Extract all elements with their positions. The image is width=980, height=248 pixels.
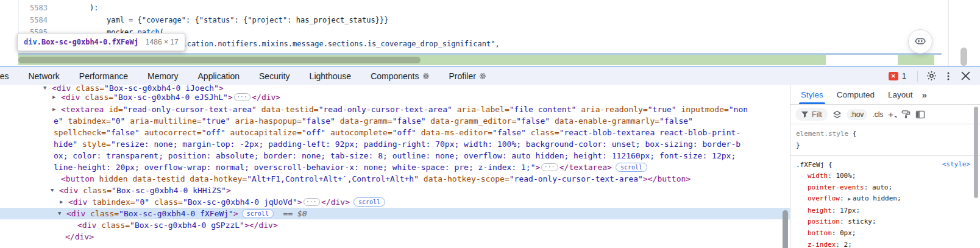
paint-roller-icon[interactable] bbox=[901, 110, 911, 119]
more-tabs-chevron[interactable]: » bbox=[922, 90, 927, 100]
elements-tree-row[interactable]: line-height: 20px; overflow-wrap: normal… bbox=[0, 161, 790, 173]
property-name[interactable]: z-index bbox=[808, 241, 836, 248]
property-value[interactable]: auto hidden; bbox=[853, 194, 901, 202]
property-name[interactable]: overflow bbox=[808, 194, 840, 202]
tooltip-dimensions: 1486 × 17 bbox=[146, 38, 179, 46]
element-style-section[interactable]: element.style { } bbox=[790, 124, 980, 156]
page-scrollbar-thumb[interactable] bbox=[960, 48, 967, 66]
code-token: <div bbox=[77, 221, 96, 230]
css-property-row[interactable]: height: 17px; bbox=[790, 205, 980, 217]
code-token: ox; color: transparent; position: absolu… bbox=[54, 151, 736, 160]
devtools-tab-profiler[interactable]: Profiler bbox=[439, 71, 496, 81]
elements-tree-row[interactable]: hide" style="resize: none; margin-top: -… bbox=[0, 138, 790, 150]
elements-tree-row[interactable]: ▶<div tabindex="0" class="Box-sc-g0xbh4-… bbox=[0, 196, 790, 208]
css-property-row[interactable]: bottom: 0px; bbox=[790, 228, 980, 239]
devtools-tab-lighthouse[interactable]: Lighthouse bbox=[300, 71, 361, 81]
styles-tab-layout[interactable]: Layout bbox=[881, 85, 920, 104]
settings-gear-icon[interactable] bbox=[923, 68, 940, 84]
expand-ellipsis-button[interactable]: ··· bbox=[234, 93, 250, 101]
expand-arrow-icon[interactable]: ▼ bbox=[51, 185, 54, 196]
styles-tab-computed[interactable]: Computed bbox=[830, 85, 881, 104]
tab-label: Profiler bbox=[449, 71, 476, 81]
property-value[interactable]: sticky; bbox=[848, 218, 876, 225]
tab-label: Components bbox=[371, 71, 419, 81]
devtools-tab-rces[interactable]: rces bbox=[0, 71, 18, 81]
css-property-row[interactable]: pointer-events: auto; bbox=[790, 182, 980, 194]
css-property-row[interactable]: width: 100%; bbox=[790, 171, 980, 182]
elements-scrollbar-thumb[interactable] bbox=[783, 210, 788, 248]
elements-tree-row[interactable]: ▼<div class="Box-sc-g0xbh4-0 kHHiZS"> bbox=[0, 185, 790, 196]
elements-tree-row[interactable]: </div> bbox=[0, 231, 790, 243]
error-badge-icon[interactable]: ✕ bbox=[889, 72, 898, 80]
elements-tree-row[interactable]: <button hidden data-testid data-hotkey="… bbox=[0, 173, 790, 185]
property-name[interactable]: position bbox=[808, 218, 840, 225]
expand-arrow-icon[interactable]: ▶ bbox=[52, 91, 55, 103]
tab-label: rces bbox=[0, 71, 9, 81]
editor-line: 5584yaml = {"coverage": {"status": {"pro… bbox=[0, 14, 980, 26]
property-name[interactable]: height bbox=[808, 207, 832, 214]
dock-sidebar-icon[interactable] bbox=[915, 110, 925, 119]
devtools-tab-security[interactable]: Security bbox=[249, 71, 300, 81]
element-style-label: element.style bbox=[796, 130, 848, 138]
css-property-row[interactable]: overflow: ▶auto hidden; bbox=[790, 193, 980, 205]
highlighted-scrollbar-thumb[interactable] bbox=[18, 57, 421, 63]
elements-tree-row[interactable]: <div class="Box-sc-g0xbh4-0 gSPzzL"></di… bbox=[0, 219, 790, 231]
line-number: 5583 bbox=[12, 2, 48, 14]
property-value[interactable]: 0px; bbox=[840, 229, 856, 237]
property-name[interactable]: bottom bbox=[808, 229, 832, 237]
code-token: > bbox=[226, 186, 231, 195]
devtools-tab-application[interactable]: Application bbox=[188, 71, 250, 81]
code-token: "non bbox=[729, 105, 748, 114]
code-token: "Box-sc-g0xbh4-0 fXFeWj" bbox=[119, 209, 233, 218]
property-value[interactable]: 2; bbox=[844, 241, 852, 248]
rule-selector[interactable]: .fXFeWj bbox=[796, 159, 824, 171]
devtools-main: ▼<div class="Box-sc-g0xbh4-0 iJoech">▶<d… bbox=[0, 85, 980, 248]
react-atom-icon bbox=[479, 73, 486, 80]
scroll-badge[interactable]: scroll bbox=[353, 197, 385, 207]
copilot-button[interactable] bbox=[908, 29, 932, 54]
styles-filter-input[interactable]: Filt bbox=[795, 108, 828, 121]
expand-arrow-icon[interactable]: ▼ bbox=[58, 208, 61, 219]
elements-tree-row[interactable]: spellcheck="false" autocorrect="off" aut… bbox=[0, 127, 790, 138]
property-name[interactable]: width bbox=[808, 172, 828, 180]
elements-tree-row[interactable]: e" tabindex="0" aria-multiline="true" ar… bbox=[0, 115, 790, 127]
property-value[interactable]: 100%; bbox=[836, 172, 856, 180]
code-token: class= bbox=[526, 128, 559, 137]
close-devtools-icon[interactable] bbox=[957, 68, 974, 84]
styles-tab-styles[interactable]: Styles bbox=[794, 85, 830, 104]
scroll-badge[interactable]: scroll bbox=[616, 163, 647, 172]
code-token: spellcheck= bbox=[54, 128, 106, 137]
styles-scrollbar-thumb[interactable] bbox=[974, 107, 978, 198]
style-source-link[interactable]: <style> bbox=[942, 160, 970, 168]
code-token: "false" bbox=[302, 116, 335, 126]
new-style-rule-button[interactable]: + bbox=[888, 109, 897, 119]
scroll-badge[interactable]: scroll bbox=[242, 209, 274, 218]
devtools-tab-network[interactable]: Network bbox=[18, 71, 69, 81]
layers-icon[interactable] bbox=[833, 110, 842, 119]
elements-tree-row[interactable]: ▼<div class="Box-sc-g0xbh4-0 fXFeWj">scr… bbox=[0, 208, 790, 219]
element-classes-toggle[interactable]: .cls bbox=[872, 110, 883, 119]
code-token: data-hotkey-scope= bbox=[419, 174, 510, 183]
kebab-menu-icon[interactable] bbox=[940, 68, 957, 84]
error-count[interactable]: 1 bbox=[902, 71, 906, 80]
expand-value-arrow[interactable]: ▶ bbox=[848, 196, 851, 202]
code-token: "off" bbox=[392, 128, 416, 137]
expand-ellipsis-button[interactable]: ··· bbox=[541, 163, 558, 171]
property-value[interactable]: auto; bbox=[872, 183, 892, 191]
css-property-row[interactable]: position: sticky; bbox=[790, 216, 980, 228]
expand-arrow-icon[interactable]: ▶ bbox=[60, 196, 63, 208]
elements-tree-row[interactable]: ▶<textarea id="read-only-cursor-text-are… bbox=[0, 104, 790, 115]
editor-line: 5583): bbox=[0, 2, 980, 14]
css-property-row[interactable]: z-index: 2; bbox=[790, 239, 980, 248]
property-name[interactable]: pointer-events bbox=[808, 183, 864, 191]
elements-tree-row[interactable]: ox; color: transparent; position: absolu… bbox=[0, 150, 790, 161]
elements-tree-row[interactable]: ▶<div class="Box-sc-g0xbh4-0 eJSJhL">···… bbox=[0, 91, 790, 103]
property-value[interactable]: 17px; bbox=[840, 207, 860, 214]
expand-arrow-icon[interactable]: ▶ bbox=[52, 104, 55, 115]
devtools-tab-components[interactable]: Components bbox=[361, 71, 439, 81]
devtools-tab-performance[interactable]: Performance bbox=[69, 71, 138, 81]
property-colon: : bbox=[832, 229, 840, 237]
devtools-tab-memory[interactable]: Memory bbox=[138, 71, 188, 81]
expand-ellipsis-button[interactable]: ··· bbox=[304, 198, 320, 206]
pseudo-state-toggle[interactable]: :hov bbox=[847, 109, 868, 120]
